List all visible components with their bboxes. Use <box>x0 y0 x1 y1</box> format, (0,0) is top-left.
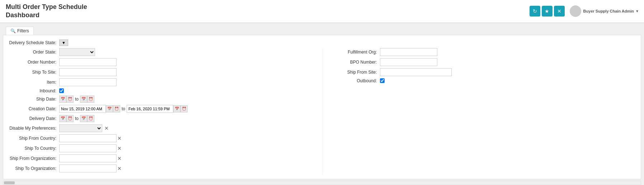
delivery-date-to-cal-icon[interactable]: 📅 <box>80 115 87 122</box>
filter-panel: Delivery Schedule State: ▼ Order State: … <box>3 35 641 179</box>
ship-from-site-input[interactable] <box>380 68 452 76</box>
creation-date-from-input[interactable] <box>59 105 106 113</box>
bpo-number-row: BPO Number: <box>337 58 635 66</box>
user-name: Buyer Supply Chain Admin <box>583 9 634 13</box>
delivery-schedule-state-label: Delivery Schedule State: <box>9 40 59 45</box>
page-title: Multi Order Type Schedule Dashboard <box>6 3 87 20</box>
creation-date-to-clock-icon[interactable]: ⏰ <box>180 105 188 112</box>
disable-pref-clear-button[interactable]: ✕ <box>104 125 109 131</box>
ship-from-country-label: Ship From Country: <box>9 136 59 141</box>
creation-date-row: Creation Date: 📅 ⏰ to 📅 ⏰ <box>9 105 308 113</box>
ship-from-country-row: Ship From Country: ✕ <box>9 134 308 142</box>
ship-date-to-cal-icon[interactable]: 📅 <box>80 96 87 103</box>
disable-pref-controls: ✕ <box>59 124 109 132</box>
item-label: Item: <box>9 80 59 85</box>
bpo-number-label: BPO Number: <box>337 60 380 65</box>
ship-from-country-clear-button[interactable]: ✕ <box>117 135 122 141</box>
fulfillment-org-input[interactable] <box>380 48 437 56</box>
ship-from-org-clear-button[interactable]: ✕ <box>117 156 122 161</box>
delivery-date-label: Delivery Date: <box>9 116 59 121</box>
disable-pref-label: Disable My Preferences: <box>9 126 59 131</box>
ship-from-country-input[interactable] <box>59 134 117 142</box>
header-action-buttons: ↻ ★ ✕ <box>530 6 565 17</box>
fulfillment-org-label: Fulfillment Org: <box>337 50 380 55</box>
order-state-label: Order State: <box>9 50 59 55</box>
app-header: Multi Order Type Schedule Dashboard ↻ ★ … <box>0 0 644 23</box>
inbound-checkbox[interactable] <box>59 88 64 93</box>
fulfillment-org-row: Fulfillment Org: <box>337 48 635 56</box>
ship-to-site-row: Ship To Site: <box>9 68 308 76</box>
item-row: Item: <box>9 78 308 86</box>
creation-date-label: Creation Date: <box>9 106 59 111</box>
filters-tab-label: Filters <box>17 28 29 33</box>
inbound-row: Inbound: <box>9 88 308 93</box>
item-input[interactable] <box>59 78 117 86</box>
filters-tab[interactable]: 🔍Filters <box>6 27 34 35</box>
ship-from-org-row: Ship From Organization: ✕ <box>9 154 308 162</box>
creation-date-from-clock-icon[interactable]: ⏰ <box>113 105 120 112</box>
ship-to-site-label: Ship To Site: <box>9 70 59 75</box>
order-number-input[interactable] <box>59 58 117 66</box>
delivery-schedule-state-row: Delivery Schedule State: ▼ <box>9 40 635 46</box>
ship-date-from-cal-icon[interactable]: 📅 <box>59 96 66 103</box>
avatar <box>570 5 581 17</box>
delivery-date-to-sep: to <box>75 116 79 121</box>
creation-date-from-cal-icon[interactable]: 📅 <box>106 105 113 112</box>
delivery-date-row: Delivery Date: 📅 ⏰ to 📅 ⏰ <box>9 115 308 122</box>
filter-tab-icon: 🔍 <box>10 28 16 33</box>
filter-left-col: Order State: Order Number: Ship To Site:… <box>9 48 322 175</box>
ship-date-to-sep: to <box>75 97 79 102</box>
ship-to-org-label: Ship To Organization: <box>9 166 59 171</box>
outbound-label: Outbound: <box>337 78 380 83</box>
favorite-button[interactable]: ★ <box>542 6 553 17</box>
creation-date-to-input[interactable] <box>127 105 173 113</box>
refresh-button[interactable]: ↻ <box>530 6 540 17</box>
delivery-date-to-clock-icon[interactable]: ⏰ <box>87 115 94 122</box>
ship-to-country-input[interactable] <box>59 144 117 152</box>
ship-from-org-input[interactable] <box>59 154 117 162</box>
ship-date-label: Ship Date: <box>9 97 59 102</box>
creation-date-to-sep: to <box>122 106 125 111</box>
disable-pref-select[interactable] <box>59 124 102 132</box>
filter-right-col: Fulfillment Org: BPO Number: Ship From S… <box>322 48 635 175</box>
ship-to-org-input[interactable] <box>59 165 117 172</box>
ship-date-to-clock-icon[interactable]: ⏰ <box>87 96 94 103</box>
ship-from-site-label: Ship From Site: <box>337 70 380 75</box>
user-info: Buyer Supply Chain Admin <box>583 9 634 13</box>
ship-to-site-input[interactable] <box>59 68 117 76</box>
outbound-checkbox[interactable] <box>380 78 385 83</box>
order-state-row: Order State: <box>9 48 308 56</box>
delivery-date-from-cal-icon[interactable]: 📅 <box>59 115 66 122</box>
ship-from-site-row: Ship From Site: <box>337 68 635 76</box>
outbound-row: Outbound: <box>337 78 635 83</box>
ship-date-from-clock-icon[interactable]: ⏰ <box>66 96 74 103</box>
ship-from-org-label: Ship From Organization: <box>9 156 59 161</box>
delivery-schedule-state-button[interactable]: ▼ <box>59 40 68 46</box>
order-number-row: Order Number: <box>9 58 308 66</box>
order-number-label: Order Number: <box>9 60 59 65</box>
ship-to-country-row: Ship To Country: ✕ <box>9 144 308 152</box>
inbound-label: Inbound: <box>9 88 59 93</box>
ship-to-org-row: Ship To Organization: ✕ <box>9 165 308 172</box>
filters-tab-container: 🔍Filters <box>3 25 641 35</box>
scroll-thumb <box>4 181 15 184</box>
ship-to-country-label: Ship To Country: <box>9 146 59 151</box>
user-section: Buyer Supply Chain Admin ▾ <box>570 5 638 17</box>
close-header-button[interactable]: ✕ <box>554 6 565 17</box>
disable-pref-row: Disable My Preferences: ✕ <box>9 124 308 132</box>
order-state-select[interactable] <box>59 48 95 56</box>
creation-date-to-cal-icon[interactable]: 📅 <box>173 105 180 112</box>
horizontal-scrollbar[interactable] <box>3 181 641 185</box>
bpo-number-input[interactable] <box>380 58 437 66</box>
filter-form-grid: Order State: Order Number: Ship To Site:… <box>9 48 635 175</box>
ship-to-org-clear-button[interactable]: ✕ <box>117 166 122 171</box>
delivery-date-from-clock-icon[interactable]: ⏰ <box>66 115 74 122</box>
header-right-section: ↻ ★ ✕ Buyer Supply Chain Admin ▾ <box>530 5 638 17</box>
ship-date-row: Ship Date: 📅 ⏰ to 📅 ⏰ <box>9 96 308 103</box>
user-dropdown-arrow[interactable]: ▾ <box>636 9 638 14</box>
ship-to-country-clear-button[interactable]: ✕ <box>117 145 122 151</box>
